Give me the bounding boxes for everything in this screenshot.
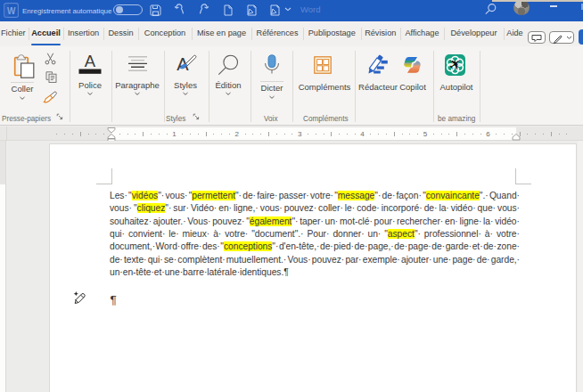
svg-text:A: A — [85, 52, 96, 70]
svg-text:W: W — [7, 6, 16, 16]
